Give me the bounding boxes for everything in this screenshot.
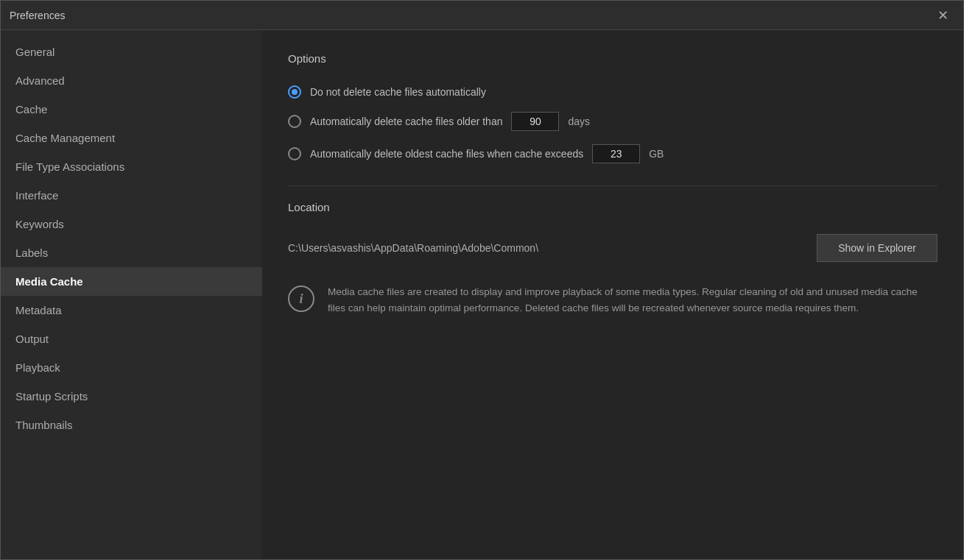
options-section: Options Do not delete cache files automa… (288, 52, 937, 163)
main-panel: Options Do not delete cache files automa… (262, 30, 963, 559)
sidebar-item-playback[interactable]: Playback (1, 353, 262, 382)
location-title: Location (288, 201, 937, 219)
gb-unit: GB (649, 148, 664, 160)
radio-no-delete-label: Do not delete cache files automatically (310, 86, 486, 98)
radio-row-auto-days: Automatically delete cache files older t… (288, 112, 937, 131)
radio-row-auto-gb: Automatically delete oldest cache files … (288, 144, 937, 163)
location-row: C:\Users\asvashis\AppData\Roaming\Adobe\… (288, 234, 937, 262)
show-explorer-button[interactable]: Show in Explorer (817, 234, 937, 262)
info-icon: i (288, 286, 314, 312)
sidebar-item-thumbnails[interactable]: Thumbnails (1, 411, 262, 439)
divider (288, 185, 937, 186)
days-unit: days (568, 116, 590, 127)
info-text: Media cache files are created to display… (328, 284, 937, 317)
sidebar-item-advanced[interactable]: Advanced (1, 66, 262, 95)
content-area: GeneralAdvancedCacheCache ManagementFile… (1, 30, 963, 559)
radio-auto-gb[interactable] (288, 147, 301, 160)
options-group: Do not delete cache files automatically … (288, 85, 937, 163)
days-input[interactable] (511, 112, 559, 131)
preferences-window: Preferences ✕ GeneralAdvancedCacheCache … (0, 0, 964, 560)
location-section: Location C:\Users\asvashis\AppData\Roami… (288, 201, 937, 262)
close-button[interactable]: ✕ (932, 6, 954, 25)
radio-auto-gb-label: Automatically delete oldest cache files … (310, 148, 583, 160)
sidebar-item-media-cache[interactable]: Media Cache (1, 267, 262, 296)
options-title: Options (288, 52, 937, 71)
radio-row-no-delete: Do not delete cache files automatically (288, 85, 937, 99)
title-bar: Preferences ✕ (1, 1, 963, 30)
sidebar-item-cache[interactable]: Cache (1, 95, 262, 124)
window-title: Preferences (10, 10, 65, 21)
sidebar-item-startup-scripts[interactable]: Startup Scripts (1, 382, 262, 411)
sidebar-item-file-type-associations[interactable]: File Type Associations (1, 152, 262, 181)
radio-auto-days-label: Automatically delete cache files older t… (310, 116, 502, 127)
sidebar-item-labels[interactable]: Labels (1, 238, 262, 267)
radio-auto-days[interactable] (288, 115, 301, 128)
sidebar-item-cache-management[interactable]: Cache Management (1, 124, 262, 152)
sidebar-item-output[interactable]: Output (1, 325, 262, 353)
sidebar-item-metadata[interactable]: Metadata (1, 296, 262, 325)
sidebar-item-keywords[interactable]: Keywords (1, 210, 262, 238)
sidebar: GeneralAdvancedCacheCache ManagementFile… (1, 30, 262, 559)
gb-input[interactable] (592, 144, 640, 163)
location-path: C:\Users\asvashis\AppData\Roaming\Adobe\… (288, 242, 802, 254)
info-box: i Media cache files are created to displ… (288, 284, 937, 317)
sidebar-item-interface[interactable]: Interface (1, 181, 262, 210)
radio-no-delete[interactable] (288, 85, 301, 99)
sidebar-item-general[interactable]: General (1, 38, 262, 66)
